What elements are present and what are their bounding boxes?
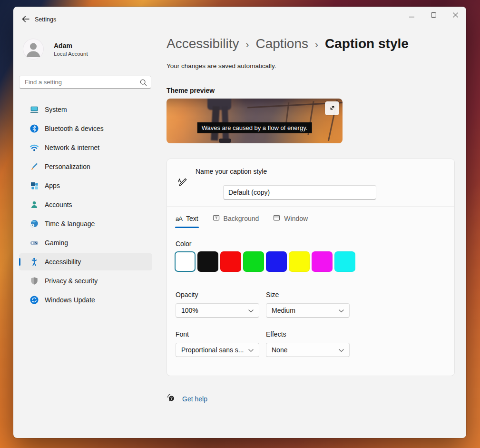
breadcrumb-separator-icon: › [315,38,318,50]
background-box-icon [213,214,220,223]
user-account-type: Local Account [54,51,88,57]
back-button[interactable] [19,13,32,26]
sidebar-item-label: Gaming [45,239,68,247]
back-arrow-icon [22,16,29,24]
search-input[interactable] [20,76,151,88]
user-name: Adam [54,42,72,50]
edit-style-icon [176,177,188,189]
effects-dropdown[interactable]: None [266,343,350,357]
laptop-icon [29,105,39,114]
text-aa-icon: aA [176,215,182,222]
sidebar-item-label: Accessibility [45,258,81,266]
sidebar-item-label: Windows Update [45,296,95,304]
tab-window[interactable]: Window [273,213,308,224]
settings-window: Settings Adam Local Account [13,7,466,438]
font-dropdown[interactable]: Proportional sans s... [176,343,259,357]
effects-value: None [272,346,287,354]
color-swatch-green[interactable] [243,251,264,272]
get-help-link[interactable]: Get help [182,395,207,403]
bluetooth-icon [29,124,39,133]
globe-clock-icon [29,219,39,229]
page-title: Caption style [325,36,409,51]
breadcrumb-separator-icon: › [245,38,249,50]
opacity-dropdown[interactable]: 100% [176,303,259,318]
gamepad-icon [29,238,39,248]
app-title: Settings [35,16,56,23]
chevron-down-icon [339,346,344,354]
tab-label: Window [284,215,308,222]
sidebar-item-gaming[interactable]: Gaming [19,234,152,251]
sidebar-item-label: Time & language [45,220,95,228]
sidebar-item-network-internet[interactable]: Network & internet [19,139,152,156]
effects-label: Effects [266,330,286,338]
theme-preview-heading: Theme preview [167,87,215,94]
color-swatches [175,251,355,272]
chevron-down-icon [248,346,254,354]
sidebar-item-label: System [45,106,67,113]
sidebar-item-bluetooth-devices[interactable]: Bluetooth & devices [19,120,152,137]
sidebar-item-label: Privacy & security [45,277,98,285]
preview-figure [219,139,231,143]
size-dropdown[interactable]: Medium [266,303,350,318]
update-arrows-icon [29,295,39,305]
color-swatch-white[interactable] [175,251,196,272]
color-swatch-red[interactable] [220,251,241,272]
size-value: Medium [272,307,295,314]
opacity-value: 100% [181,307,198,314]
chevron-down-icon [339,306,344,315]
caption-style-card: Name your caption style aA Text Backgrou… [167,159,455,376]
tab-background[interactable]: Background [213,213,259,224]
sidebar-item-personalization[interactable]: Personalization [19,158,152,175]
window-frame-icon [273,214,280,223]
sidebar-item-time-language[interactable]: Time & language [19,215,152,232]
autosave-note: Your changes are saved automatically. [167,62,276,70]
chevron-down-icon [248,306,254,315]
accessibility-person-icon [29,257,39,267]
apps-grid-icon [29,181,39,190]
color-section-label: Color [176,240,191,248]
tab-text[interactable]: aA Text [176,213,198,224]
breadcrumb-captions[interactable]: Captions [255,36,308,51]
expand-diagonal-arrows-icon [328,104,336,113]
font-label: Font [176,330,189,338]
sidebar-item-label: Bluetooth & devices [45,125,104,132]
sidebar-item-apps[interactable]: Apps [19,177,152,194]
sidebar-item-label: Network & internet [45,144,99,151]
color-swatch-yellow[interactable] [289,251,310,272]
breadcrumb: Accessibility › Captions › Caption style [167,36,409,51]
main-content: Accessibility › Captions › Caption style… [167,7,466,438]
caption-preview-text: Waves are caused by a flow of energy. [197,122,312,133]
sidebar-item-privacy-security[interactable]: Privacy & security [19,272,152,289]
wifi-icon [29,143,39,152]
color-swatch-magenta[interactable] [312,251,333,272]
color-swatch-black[interactable] [197,251,218,272]
help-bubble-icon [167,393,176,404]
sidebar-item-label: Personalization [45,163,90,170]
opacity-label: Opacity [176,291,198,299]
caption-style-name-input[interactable] [223,185,376,199]
sidebar-item-label: Accounts [45,201,72,209]
sidebar-item-label: Apps [45,182,60,189]
paintbrush-icon [29,162,39,171]
person-icon [29,200,39,209]
theme-preview-image: Waves are caused by a flow of energy. [167,99,343,143]
sidebar-item-accessibility[interactable]: Accessibility [19,253,152,270]
style-tabs: aA Text Background Window [176,213,308,224]
sidebar-item-accounts[interactable]: Accounts [19,196,152,213]
tab-label: Text [186,215,198,222]
get-help-row: Get help [167,393,207,404]
expand-preview-button[interactable] [325,101,339,115]
sidebar-item-system[interactable]: System [19,101,152,118]
breadcrumb-accessibility[interactable]: Accessibility [167,36,239,51]
color-swatch-cyan[interactable] [334,251,355,272]
sidebar-item-windows-update[interactable]: Windows Update [19,291,152,309]
tab-label: Background [224,215,259,222]
color-swatch-blue[interactable] [266,251,287,272]
avatar [23,39,44,60]
font-value: Proportional sans s... [181,346,244,354]
sidebar-nav: System Bluetooth & devices Network & int… [19,101,152,310]
style-name-section: Name your caption style [167,159,454,207]
search-icon [140,79,147,88]
search-box [19,76,151,89]
style-name-label: Name your caption style [196,168,267,175]
